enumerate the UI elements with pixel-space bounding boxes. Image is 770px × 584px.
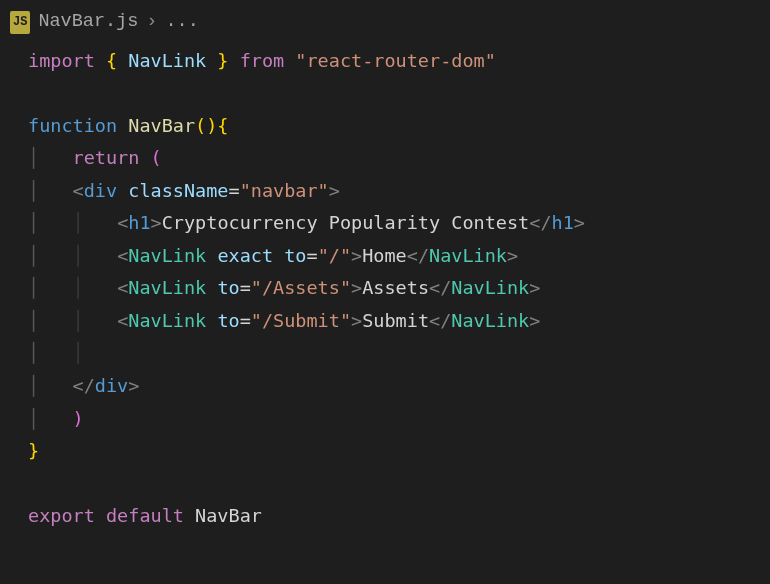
attr-to-1: to: [284, 245, 306, 266]
breadcrumb-rest[interactable]: ...: [165, 6, 198, 39]
attr-exact: exact: [217, 245, 273, 266]
navlink1-open: NavLink: [128, 245, 206, 266]
jsx-div-open: div: [84, 180, 117, 201]
h1-text: Cryptocurrency Popularity Contest: [162, 212, 530, 233]
navlink3-close: NavLink: [451, 310, 529, 331]
attr-to-1-val: "/": [318, 245, 351, 266]
navlink3-open: NavLink: [128, 310, 206, 331]
attr-to-2-val: "/Assets": [251, 277, 351, 298]
kw-default: default: [106, 505, 184, 526]
jsx-h1-open: h1: [128, 212, 150, 233]
breadcrumb-file[interactable]: NavBar.js: [38, 6, 138, 39]
fn-name: NavBar: [128, 115, 195, 136]
kw-import: import: [28, 50, 95, 71]
js-file-icon: JS: [10, 11, 30, 34]
breadcrumb[interactable]: JS NavBar.js › ...: [0, 0, 770, 45]
jsx-h1-close: h1: [552, 212, 574, 233]
link2-text: Assets: [362, 277, 429, 298]
export-name: NavBar: [195, 505, 262, 526]
attr-to-2: to: [217, 277, 239, 298]
link3-text: Submit: [362, 310, 429, 331]
navlink2-open: NavLink: [128, 277, 206, 298]
kw-from: from: [240, 50, 285, 71]
link1-text: Home: [362, 245, 407, 266]
attr-classname-val: "navbar": [240, 180, 329, 201]
attr-classname: className: [128, 180, 228, 201]
import-module: "react-router-dom": [295, 50, 495, 71]
kw-function: function: [28, 115, 117, 136]
attr-to-3-val: "/Submit": [251, 310, 351, 331]
jsx-div-close: div: [95, 375, 128, 396]
kw-return: return: [73, 147, 140, 168]
chevron-right-icon: ›: [146, 6, 157, 39]
navlink2-close: NavLink: [451, 277, 529, 298]
navlink1-close: NavLink: [429, 245, 507, 266]
code-editor[interactable]: import { NavLink } from "react-router-do…: [0, 45, 770, 533]
attr-to-3: to: [217, 310, 239, 331]
import-ident: NavLink: [128, 50, 206, 71]
kw-export: export: [28, 505, 95, 526]
